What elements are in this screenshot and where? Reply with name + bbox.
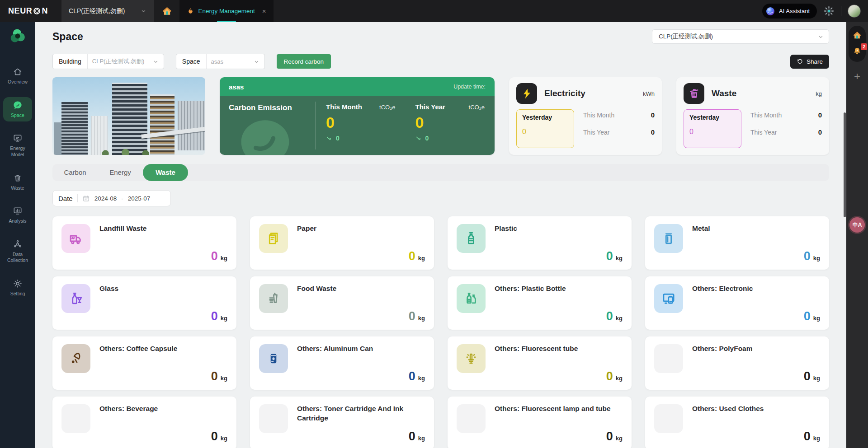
add-button[interactable]: + (854, 70, 860, 83)
electricity-title: Electricity (544, 89, 643, 98)
sidebar-item-energy-model[interactable]: Energy Model (3, 130, 32, 161)
org-selector[interactable]: CLP(正经测试,勿删) (61, 0, 154, 22)
date-range-picker[interactable]: Date 2024-08 - 2025-07 (52, 190, 171, 206)
waste-card[interactable]: Others: Plastic Bottle 0kg (448, 276, 632, 330)
sidebar-item-data-collection[interactable]: Data Collection (3, 236, 32, 267)
leaf-bubble-watermark-icon (232, 113, 298, 155)
sidebar-item-analysis[interactable]: Analysis (3, 203, 32, 228)
notifications-button[interactable]: 2 (852, 47, 862, 56)
waste-card-icon-tile (61, 404, 90, 433)
electricity-yesterday-box[interactable]: Yesterday 0 (516, 109, 574, 148)
tab-energy-management[interactable]: Energy Management × (179, 0, 273, 22)
lightning-bolt-icon (521, 88, 533, 100)
waste-card-icon-tile (259, 344, 288, 373)
tab-energy[interactable]: Energy (98, 164, 143, 181)
chevron-down-icon (152, 58, 159, 65)
waste-card[interactable]: Others: Used Clothes 0kg (645, 397, 829, 448)
carbon-this-month: This Month tCO₂e 0 0 (316, 96, 406, 155)
topbar-right: AI Assistant (762, 4, 868, 19)
waste-card[interactable]: Plastic 0kg (448, 216, 632, 270)
waste-card[interactable]: Others: Coffee Capsule 0kg (52, 336, 236, 390)
food-waste-icon (265, 290, 282, 307)
waste-this-year-row: This Year 0 (750, 128, 822, 136)
sidebar-item-space[interactable]: Space (3, 97, 32, 122)
org-select[interactable]: CLP(正经测试,勿删) (652, 29, 829, 44)
waste-card[interactable]: Food Waste 0kg (250, 276, 434, 330)
page-header: Space CLP(正经测试,勿删) (52, 29, 829, 44)
waste-value: 0 (606, 369, 613, 383)
waste-title: Waste (712, 89, 816, 98)
date-end: 2025-07 (128, 195, 151, 202)
date-filter-row: Date 2024-08 - 2025-07 (52, 190, 829, 206)
gear-icon (13, 279, 23, 289)
waste-card[interactable]: Others: Fluorescent lamp and tube 0kg (448, 397, 632, 448)
paper-icon (265, 230, 282, 247)
update-time-label: Update time: (453, 84, 486, 90)
divider (77, 194, 78, 202)
sidebar-item-overview[interactable]: Overview (3, 64, 32, 89)
electricity-yesterday-value: 0 (522, 128, 568, 136)
waste-card[interactable]: Others: PolyFoam 0kg (645, 336, 829, 390)
waste-card[interactable]: Others: Toner Cartridge And Ink Cartridg… (250, 397, 434, 448)
electricity-this-month-row: This Month 0 (583, 111, 655, 119)
left-sidebar: Overview Space Energy Model Waste Analys… (0, 22, 35, 448)
waste-card-icon-tile (654, 224, 683, 253)
waste-card[interactable]: Others: Fluorescent tube 0kg (448, 336, 632, 390)
translate-button[interactable]: 中A (849, 217, 865, 233)
monitor-gauge-icon (13, 133, 23, 143)
space-select[interactable]: Space asas (176, 54, 265, 69)
waste-category-grid: Landfill Waste 0kg Paper 0kg Plastic 0kg… (52, 216, 829, 448)
chevron-down-icon (253, 58, 260, 65)
waste-card[interactable]: Glass 0kg (52, 276, 236, 330)
divider (841, 6, 841, 16)
right-rail: 2 + 中A (846, 22, 868, 448)
waste-card[interactable]: Others: Beverage 0kg (52, 397, 236, 448)
space-label: Space (176, 54, 207, 69)
unit-tco2e: tCO₂e (379, 104, 395, 111)
notification-badge: 2 (861, 43, 867, 50)
waste-card[interactable]: Paper 0kg (250, 216, 434, 270)
sidebar-item-waste[interactable]: Waste (3, 170, 32, 195)
share-button[interactable]: Share (790, 55, 829, 69)
record-carbon-button[interactable]: Record carbon (277, 54, 331, 69)
home-tab[interactable] (154, 0, 179, 22)
electricity-card: Electricity kWh Yesterday 0 This Month 0… (509, 77, 662, 155)
electronics-icon (660, 290, 677, 307)
waste-card[interactable]: Others: Aluminum Can 0kg (250, 336, 434, 390)
waste-card-icon-tile (457, 344, 486, 373)
tab-waste[interactable]: Waste (143, 164, 188, 181)
waste-value: 0 (804, 429, 811, 443)
waste-this-month-row: This Month 0 (750, 111, 822, 119)
waste-value: 0 (409, 309, 415, 323)
waste-value: 0 (606, 429, 613, 443)
waste-summary-card: Waste kg Yesterday 0 This Month 0 This Y… (676, 77, 829, 155)
space-value: asas (211, 58, 223, 65)
waste-card[interactable]: Landfill Waste 0kg (52, 216, 236, 270)
waste-value: 0 (409, 369, 415, 383)
building-select[interactable]: Building CLP(正经测试,勿删) (52, 54, 164, 69)
waste-value: 0 (409, 249, 415, 263)
scrollbar-thumb[interactable] (844, 112, 846, 217)
waste-yesterday-box[interactable]: Yesterday 0 (684, 109, 741, 148)
waste-card-icon-tile (61, 344, 90, 373)
summary-row: asas Update time: Carbon Emission This M… (52, 77, 829, 155)
neuron-logo: NEUR N (0, 6, 56, 16)
home-icon[interactable] (852, 30, 862, 40)
org-selector-value: CLP(正经测试,勿删) (69, 7, 125, 15)
carbon-emission-card: asas Update time: Carbon Emission This M… (220, 77, 495, 155)
waste-value: 0 (211, 249, 218, 263)
waste-value: 0 (211, 309, 218, 323)
waste-card[interactable]: Metal 0kg (645, 216, 829, 270)
building-photo (52, 77, 205, 155)
close-icon[interactable]: × (262, 7, 266, 15)
waste-card-icon-tile (259, 404, 288, 433)
settings-gear-icon[interactable] (823, 5, 835, 17)
ai-assistant-button[interactable]: AI Assistant (762, 4, 817, 19)
sidebar-item-setting[interactable]: Setting (3, 275, 32, 300)
waste-card-icon-tile (654, 344, 683, 373)
trash-icon (688, 88, 700, 100)
user-avatar[interactable] (848, 5, 861, 18)
waste-card[interactable]: Others: Electronic 0kg (645, 276, 829, 330)
tab-carbon[interactable]: Carbon (52, 164, 98, 181)
tab-label: Energy Management (198, 8, 255, 14)
